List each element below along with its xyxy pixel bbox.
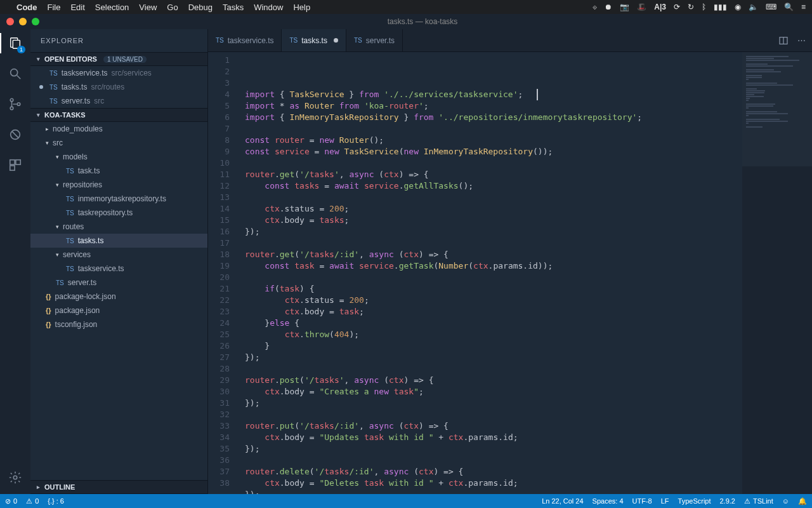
outline-label: OUTLINE: [44, 483, 75, 491]
explorer-badge: 1: [17, 46, 25, 53]
file-item[interactable]: TSserver.ts: [30, 276, 207, 290]
status-bar: ⊘ 0 ⚠ 0 {.} : 6 Ln 22, Col 24 Spaces: 4 …: [0, 494, 812, 508]
split-editor-icon[interactable]: [778, 36, 789, 46]
tray-sync-icon[interactable]: ⟳: [674, 3, 680, 11]
folder-item[interactable]: ▾routes: [30, 220, 207, 234]
status-language[interactable]: TypeScript: [678, 497, 711, 505]
open-editors-section[interactable]: ▾ OPEN EDITORS 1 UNSAVED: [30, 52, 207, 66]
folder-item[interactable]: ▾repositories: [30, 178, 207, 192]
code-content[interactable]: import { TaskService } from './../servic…: [237, 52, 742, 494]
activity-debug-icon[interactable]: [6, 126, 24, 144]
status-cursor-pos[interactable]: Ln 22, Col 24: [542, 497, 583, 505]
open-editor-item[interactable]: TStaskservice.ts src/services: [30, 66, 207, 80]
tray-menu-icon[interactable]: ≡: [801, 3, 806, 11]
modified-dot-icon: [334, 38, 338, 43]
file-item[interactable]: TStasks.ts: [30, 234, 207, 248]
file-item[interactable]: TSinmemorytaskrepository.ts: [30, 192, 207, 206]
file-item[interactable]: {}tsconfig.json: [30, 318, 207, 331]
tab-label: server.ts: [366, 36, 395, 45]
open-editors-label: OPEN EDITORS: [44, 55, 97, 63]
folder-item[interactable]: ▾src: [30, 136, 207, 150]
tray-volume-icon[interactable]: 🔈: [749, 3, 758, 11]
menu-help[interactable]: Help: [293, 3, 310, 12]
more-actions-icon[interactable]: ⋯: [797, 36, 806, 45]
menu-view[interactable]: View: [139, 3, 157, 12]
unsaved-badge: 1 UNSAVED: [103, 56, 147, 63]
status-feedback-icon[interactable]: ☺: [782, 497, 789, 505]
menu-selection[interactable]: Selection: [95, 3, 129, 12]
tray-timemachine-icon[interactable]: ↻: [688, 3, 694, 11]
status-warnings[interactable]: ⚠ 0: [26, 497, 39, 505]
project-section[interactable]: ▾ KOA-TASKS: [30, 108, 207, 122]
editor-area: TStaskservice.tsTStasks.tsTSserver.ts ⋯ …: [208, 29, 812, 494]
svg-point-2: [11, 69, 18, 76]
file-item[interactable]: TStaskservice.ts: [30, 262, 207, 276]
menu-window[interactable]: Window: [254, 3, 283, 12]
folder-item[interactable]: ▾models: [30, 150, 207, 164]
ts-file-icon: TS: [289, 37, 298, 44]
activity-git-icon[interactable]: [6, 95, 24, 113]
status-ts-version[interactable]: 2.9.2: [720, 497, 735, 505]
activity-bar: 1: [0, 29, 30, 494]
activity-search-icon[interactable]: [6, 65, 24, 83]
outline-section[interactable]: ▸ OUTLINE: [30, 480, 207, 494]
status-braces[interactable]: {.} : 6: [48, 497, 64, 505]
tray-record-icon[interactable]: ⏺: [605, 3, 612, 11]
tray-camera-icon[interactable]: 📷: [620, 3, 629, 11]
menu-file[interactable]: File: [48, 3, 61, 12]
file-item[interactable]: TStaskrepository.ts: [30, 206, 207, 220]
tray-bluetooth-icon[interactable]: ᛒ: [702, 3, 706, 11]
chevron-down-icon: ▾: [34, 56, 42, 62]
minimize-window-button[interactable]: [19, 18, 27, 25]
ts-file-icon: TS: [49, 70, 58, 77]
open-editor-item[interactable]: TStasks.ts src/routes: [30, 80, 207, 94]
menu-edit[interactable]: Edit: [70, 3, 84, 12]
tree-item-label: tasks.ts: [78, 236, 104, 245]
editor-tab[interactable]: TStasks.ts: [282, 29, 346, 51]
chevron-down-icon: ▾: [56, 224, 59, 230]
activity-extensions-icon[interactable]: [6, 156, 24, 174]
explorer-sidebar: EXPLORER ▾ OPEN EDITORS 1 UNSAVED TStask…: [30, 29, 208, 494]
folder-item[interactable]: ▾services: [30, 248, 207, 262]
file-item[interactable]: {}package.json: [30, 304, 207, 318]
file-item[interactable]: TStask.ts: [30, 164, 207, 178]
tree-item-label: routes: [63, 222, 84, 231]
file-name: tasks.ts: [62, 83, 88, 91]
ts-file-icon: TS: [66, 168, 74, 175]
tray-input-icon[interactable]: ⌨: [766, 3, 776, 11]
activity-explorer-icon[interactable]: 1: [6, 34, 24, 52]
tray-adobe-icon[interactable]: A|3: [654, 3, 666, 11]
svg-point-12: [13, 476, 17, 479]
status-spaces[interactable]: Spaces: 4: [593, 497, 624, 505]
file-item[interactable]: {}package-lock.json: [30, 290, 207, 304]
menu-debug[interactable]: Debug: [188, 3, 213, 12]
tray-hat-icon[interactable]: 🎩: [637, 3, 646, 11]
app-name[interactable]: Code: [16, 3, 37, 12]
file-path: src: [94, 97, 104, 105]
close-window-button[interactable]: [6, 18, 14, 25]
maximize-window-button[interactable]: [32, 18, 39, 25]
folder-item[interactable]: ▸node_modules: [30, 122, 207, 136]
menu-go[interactable]: Go: [167, 3, 178, 12]
svg-line-3: [17, 76, 21, 79]
line-gutter: 1234567891011121314151617181920212223242…: [208, 52, 237, 494]
menu-tasks[interactable]: Tasks: [223, 3, 244, 12]
tray-wifi-icon[interactable]: ◉: [735, 3, 741, 11]
tray-spotlight-icon[interactable]: 🔍: [784, 3, 794, 11]
titlebar: tasks.ts — koa-tasks: [0, 14, 812, 29]
tray-battery-icon[interactable]: ▮▮▮: [714, 3, 727, 11]
status-bell-icon[interactable]: 🔔: [798, 497, 807, 505]
editor-tab[interactable]: TStaskservice.ts: [208, 29, 282, 51]
code-editor[interactable]: 1234567891011121314151617181920212223242…: [208, 52, 812, 494]
status-tslint[interactable]: ⚠ TSLint: [744, 497, 773, 505]
status-encoding[interactable]: UTF-8: [632, 497, 652, 505]
editor-tab[interactable]: TSserver.ts: [346, 29, 403, 51]
activity-settings-icon[interactable]: [6, 469, 24, 486]
tree-item-label: models: [63, 152, 88, 161]
tray-dropbox-icon[interactable]: ⟐: [593, 3, 597, 11]
open-editor-item[interactable]: TSserver.ts src: [30, 94, 207, 108]
status-errors[interactable]: ⊘ 0: [5, 497, 17, 505]
minimap[interactable]: [742, 52, 812, 494]
status-eol[interactable]: LF: [661, 497, 669, 505]
project-label: KOA-TASKS: [44, 111, 86, 119]
